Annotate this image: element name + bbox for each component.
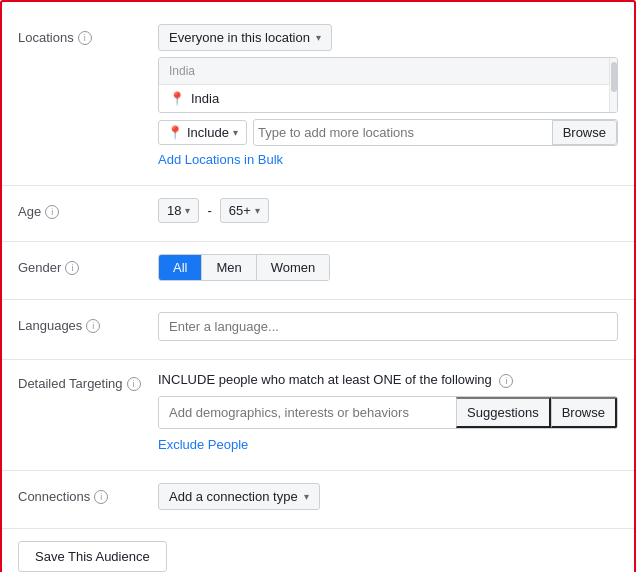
locations-dropdown[interactable]: Everyone in this location ▾ (158, 24, 332, 51)
location-browse-button[interactable]: Browse (552, 120, 617, 145)
gender-label: Gender (18, 260, 61, 275)
include-arrow-icon: ▾ (233, 127, 238, 138)
locations-dropdown-arrow-icon: ▾ (316, 32, 321, 43)
age-max-arrow-icon: ▾ (255, 205, 260, 216)
detailed-targeting-input-row: Suggestions Browse (158, 396, 618, 429)
age-row: Age i 18 ▾ - 65+ ▾ (18, 198, 618, 223)
dt-title-text: INCLUDE people who match at least ONE of… (158, 372, 492, 387)
age-content: 18 ▾ - 65+ ▾ (158, 198, 618, 223)
age-section: Age i 18 ▾ - 65+ ▾ (2, 186, 634, 242)
detailed-targeting-label-col: Detailed Targeting i (18, 372, 158, 391)
languages-info-icon[interactable]: i (86, 319, 100, 333)
languages-row: Languages i (18, 312, 618, 341)
connections-dropdown[interactable]: Add a connection type ▾ (158, 483, 320, 510)
connections-label-col: Connections i (18, 483, 158, 504)
age-label-col: Age i (18, 198, 158, 219)
age-separator: - (205, 203, 213, 218)
suggestions-button[interactable]: Suggestions (456, 397, 551, 428)
connections-section: Connections i Add a connection type ▾ (2, 471, 634, 529)
locations-info-icon[interactable]: i (78, 31, 92, 45)
connections-dropdown-label: Add a connection type (169, 489, 298, 504)
age-min-arrow-icon: ▾ (185, 205, 190, 216)
locations-dropdown-label: Everyone in this location (169, 30, 310, 45)
location-country-header: India (159, 58, 617, 85)
location-search-wrap: Browse (253, 119, 618, 146)
locations-section: Locations i Everyone in this location ▾ … (2, 12, 634, 186)
age-max-dropdown[interactable]: 65+ ▾ (220, 198, 269, 223)
include-dropdown[interactable]: 📍 Include ▾ (158, 120, 247, 145)
save-section: Save This Audience (2, 529, 634, 572)
connections-label: Connections (18, 489, 90, 504)
languages-input[interactable] (158, 312, 618, 341)
dt-title-info-icon[interactable]: i (499, 374, 513, 388)
include-row: 📍 Include ▾ Browse (158, 119, 618, 146)
scrollbar-thumb (611, 62, 617, 92)
connections-info-icon[interactable]: i (94, 490, 108, 504)
detailed-targeting-input[interactable] (159, 397, 456, 428)
locations-row: Locations i Everyone in this location ▾ … (18, 24, 618, 167)
gender-content: All Men Women (158, 254, 618, 281)
gender-info-icon[interactable]: i (65, 261, 79, 275)
gender-row: Gender i All Men Women (18, 254, 618, 281)
detailed-targeting-section: Detailed Targeting i INCLUDE people who … (2, 360, 634, 471)
scrollbar[interactable] (609, 58, 617, 112)
age-info-icon[interactable]: i (45, 205, 59, 219)
locations-content: Everyone in this location ▾ India 📍 Indi… (158, 24, 618, 167)
connections-content: Add a connection type ▾ (158, 483, 618, 510)
exclude-people-link[interactable]: Exclude People (158, 437, 248, 452)
locations-label: Locations (18, 30, 74, 45)
languages-label-col: Languages i (18, 312, 158, 333)
location-search-input[interactable] (254, 121, 552, 144)
languages-content (158, 312, 618, 341)
gender-all-button[interactable]: All (159, 255, 202, 280)
detailed-targeting-title: INCLUDE people who match at least ONE of… (158, 372, 618, 388)
location-item: 📍 India (159, 85, 617, 112)
age-label: Age (18, 204, 41, 219)
detailed-targeting-row: Detailed Targeting i INCLUDE people who … (18, 372, 618, 452)
age-min-value: 18 (167, 203, 181, 218)
gender-women-button[interactable]: Women (257, 255, 330, 280)
gender-button-group: All Men Women (158, 254, 330, 281)
connections-arrow-icon: ▾ (304, 491, 309, 502)
include-pin-icon: 📍 (167, 125, 183, 140)
languages-section: Languages i (2, 300, 634, 360)
connections-row: Connections i Add a connection type ▾ (18, 483, 618, 510)
detailed-targeting-content: INCLUDE people who match at least ONE of… (158, 372, 618, 452)
save-audience-button[interactable]: Save This Audience (18, 541, 167, 572)
detailed-targeting-label: Detailed Targeting (18, 376, 123, 391)
age-min-dropdown[interactable]: 18 ▾ (158, 198, 199, 223)
detailed-targeting-info-icon[interactable]: i (127, 377, 141, 391)
pin-icon: 📍 (169, 91, 185, 106)
locations-label-col: Locations i (18, 24, 158, 45)
add-bulk-link[interactable]: Add Locations in Bulk (158, 152, 283, 167)
location-item-label: India (191, 91, 219, 106)
audience-panel: Locations i Everyone in this location ▾ … (0, 0, 636, 572)
include-label: Include (187, 125, 229, 140)
gender-section: Gender i All Men Women (2, 242, 634, 300)
gender-label-col: Gender i (18, 254, 158, 275)
languages-label: Languages (18, 318, 82, 333)
location-box: India 📍 India (158, 57, 618, 113)
detailed-targeting-browse-button[interactable]: Browse (551, 397, 617, 428)
age-max-value: 65+ (229, 203, 251, 218)
gender-men-button[interactable]: Men (202, 255, 256, 280)
